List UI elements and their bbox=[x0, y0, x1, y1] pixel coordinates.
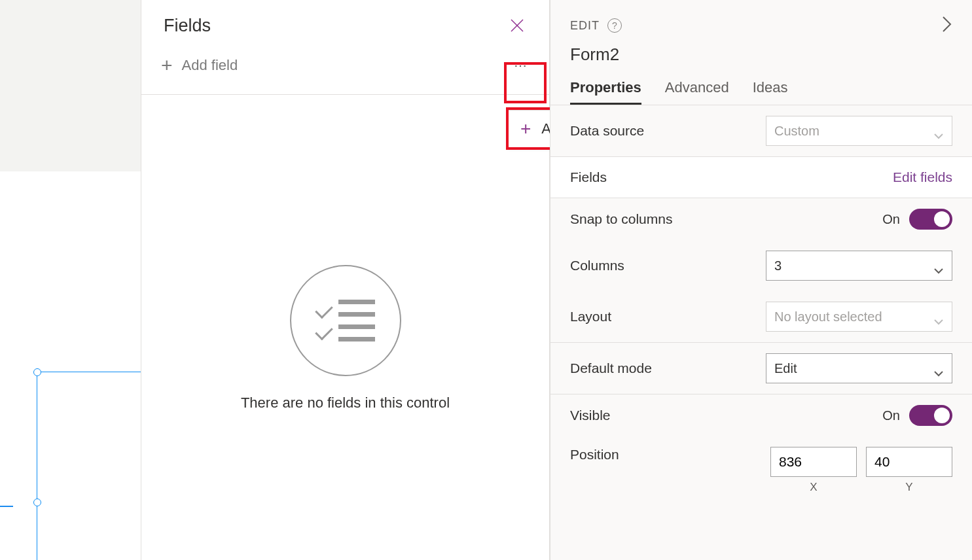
empty-state-text: There are no fields in this control bbox=[241, 394, 450, 411]
visible-toggle[interactable] bbox=[909, 405, 952, 426]
chevron-down-icon bbox=[933, 262, 944, 269]
close-icon bbox=[510, 18, 524, 33]
fields-panel-title: Fields bbox=[164, 16, 211, 36]
visible-toggle-state: On bbox=[882, 408, 900, 423]
chevron-right-icon bbox=[942, 16, 952, 33]
data-source-value: Custom bbox=[774, 124, 819, 139]
default-mode-dropdown[interactable]: Edit bbox=[766, 353, 952, 383]
layout-label: Layout bbox=[570, 309, 611, 324]
prop-row-default-mode: Default mode Edit bbox=[550, 343, 972, 394]
prop-row-snap-columns: Snap to columns On bbox=[550, 198, 972, 240]
properties-pane: EDIT ? Form2 Properties Advanced Ideas D… bbox=[550, 0, 972, 560]
prop-row-columns: Columns 3 bbox=[550, 240, 972, 291]
resize-handle-ml[interactable] bbox=[33, 499, 41, 506]
fields-empty-state: There are no fields in this control bbox=[141, 265, 549, 411]
resize-handle-tl[interactable] bbox=[33, 368, 41, 376]
default-mode-label: Default mode bbox=[570, 360, 652, 376]
columns-dropdown[interactable]: 3 bbox=[766, 251, 952, 281]
data-source-label: Data source bbox=[570, 123, 644, 139]
columns-label: Columns bbox=[570, 258, 624, 273]
fields-label: Fields bbox=[570, 169, 607, 185]
chevron-down-icon bbox=[933, 365, 944, 372]
plus-icon: + bbox=[161, 56, 173, 75]
more-options-button[interactable]: ⋯ bbox=[505, 51, 537, 80]
data-source-dropdown[interactable]: Custom bbox=[766, 116, 952, 146]
prop-row-data-source: Data source Custom bbox=[550, 105, 972, 156]
tab-ideas[interactable]: Ideas bbox=[753, 79, 788, 105]
canvas-area: This fo bbox=[0, 0, 141, 560]
edit-mode-label: EDIT bbox=[570, 19, 600, 33]
fields-panel-header: Fields bbox=[141, 0, 549, 51]
position-y-input[interactable] bbox=[866, 447, 952, 477]
tab-properties[interactable]: Properties bbox=[570, 79, 641, 105]
empty-state-icon bbox=[290, 265, 401, 376]
prop-row-position: Position X Y bbox=[550, 436, 972, 504]
position-label: Position bbox=[570, 447, 619, 463]
snap-to-columns-label: Snap to columns bbox=[570, 211, 672, 227]
position-x-label: X bbox=[810, 481, 817, 494]
columns-value: 3 bbox=[774, 258, 782, 273]
position-y-label: Y bbox=[905, 481, 912, 494]
properties-tabs: Properties Advanced Ideas bbox=[550, 65, 972, 105]
guide-line bbox=[0, 506, 13, 507]
prop-row-layout: Layout No layout selected bbox=[550, 291, 972, 342]
default-mode-value: Edit bbox=[774, 361, 797, 376]
visible-label: Visible bbox=[570, 408, 610, 423]
fields-panel: Fields + Add field ⋯ bbox=[141, 0, 550, 560]
position-x-input[interactable] bbox=[770, 447, 857, 477]
tab-advanced[interactable]: Advanced bbox=[665, 79, 729, 105]
add-field-row: + Add field ⋯ bbox=[141, 51, 549, 95]
snap-to-columns-toggle[interactable] bbox=[909, 209, 952, 230]
add-field-button[interactable]: + Add field bbox=[161, 56, 238, 75]
close-fields-panel-button[interactable] bbox=[506, 14, 528, 37]
canvas-white-region: This fo bbox=[0, 171, 141, 560]
selected-control-name: Form2 bbox=[550, 35, 972, 65]
chevron-down-icon bbox=[933, 128, 944, 134]
prop-row-visible: Visible On bbox=[550, 394, 972, 436]
layout-dropdown[interactable]: No layout selected bbox=[766, 302, 952, 332]
snap-toggle-state: On bbox=[882, 212, 900, 227]
ellipsis-icon: ⋯ bbox=[514, 58, 529, 73]
help-icon[interactable]: ? bbox=[607, 18, 622, 33]
layout-value: No layout selected bbox=[774, 309, 882, 324]
add-field-label: Add field bbox=[182, 57, 238, 74]
edit-fields-link[interactable]: Edit fields bbox=[893, 169, 952, 185]
collapse-pane-button[interactable] bbox=[942, 16, 952, 35]
chevron-down-icon bbox=[933, 313, 944, 320]
plus-icon: + bbox=[520, 118, 531, 139]
prop-row-fields: Fields Edit fields bbox=[550, 157, 972, 198]
properties-header: EDIT ? bbox=[550, 0, 972, 35]
